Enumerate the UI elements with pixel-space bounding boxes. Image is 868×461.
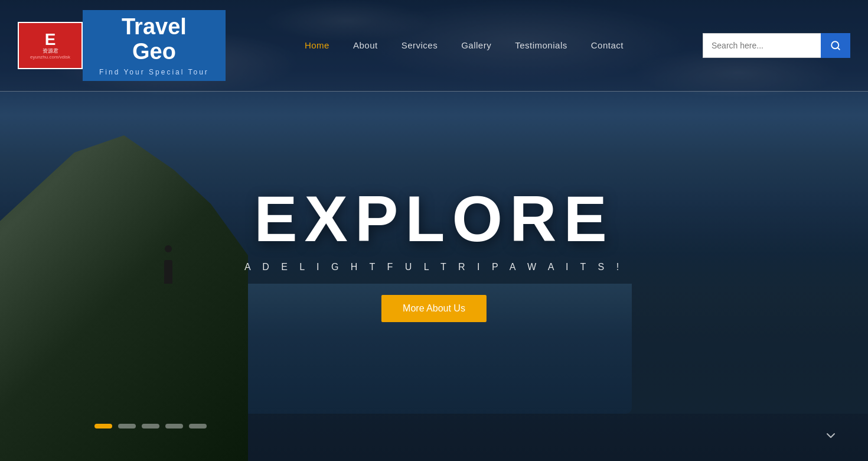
site-subtitle: Find Your Special Tour — [99, 68, 209, 76]
nav-link-testimonials[interactable]: Testimonials — [515, 40, 567, 50]
main-nav: Home About Services Gallery Testimonials… — [305, 40, 624, 51]
carousel-dot-1[interactable] — [94, 424, 112, 428]
carousel-dot-4[interactable] — [165, 424, 183, 428]
search-button[interactable] — [821, 33, 850, 58]
svg-line-1 — [837, 47, 839, 49]
nav-item-home[interactable]: Home — [305, 40, 329, 51]
nav-menu: Home About Services Gallery Testimonials… — [305, 40, 624, 51]
hero-subtitle: A D E L I G H T F U L T R I P A W A I T … — [244, 262, 624, 272]
logo-url: eyunzhu.com/vdisk — [30, 54, 70, 60]
nav-link-services[interactable]: Services — [402, 40, 438, 50]
hero-cta-button[interactable]: More About Us — [381, 295, 487, 322]
search-area — [703, 33, 850, 58]
nav-item-gallery[interactable]: Gallery — [461, 40, 491, 51]
search-input[interactable] — [703, 33, 821, 58]
scroll-down-button[interactable] — [823, 428, 838, 443]
nav-link-home[interactable]: Home — [305, 40, 329, 50]
logo-letter: E — [45, 31, 56, 48]
nav-link-gallery[interactable]: Gallery — [461, 40, 491, 50]
carousel-dot-2[interactable] — [118, 424, 136, 428]
nav-item-services[interactable]: Services — [402, 40, 438, 51]
hero-title: EXPLORE — [244, 186, 624, 251]
site-title-line1: Travel — [122, 14, 187, 39]
nav-item-testimonials[interactable]: Testimonials — [515, 40, 567, 51]
person-silhouette — [159, 245, 177, 284]
nav-item-contact[interactable]: Contact — [591, 40, 624, 51]
nav-link-contact[interactable]: Contact — [591, 40, 624, 50]
nav-item-about[interactable]: About — [353, 40, 378, 51]
carousel-dots — [94, 424, 207, 428]
nav-link-about[interactable]: About — [353, 40, 378, 50]
site-title: Travel Geo — [122, 15, 187, 64]
search-icon — [830, 40, 841, 51]
carousel-dot-5[interactable] — [189, 424, 207, 428]
hero-content: EXPLORE A D E L I G H T F U L T R I P A … — [244, 186, 624, 322]
logo-chinese-text: 资源君 — [43, 48, 58, 54]
logo-badge: E 资源君 eyunzhu.com/vdisk — [18, 22, 83, 69]
carousel-dot-3[interactable] — [142, 424, 159, 428]
logo-area: E 资源君 eyunzhu.com/vdisk Travel Geo Find … — [18, 10, 226, 81]
chevron-down-icon — [824, 428, 838, 443]
header: E 资源君 eyunzhu.com/vdisk Travel Geo Find … — [0, 0, 868, 92]
logo-title-box: Travel Geo Find Your Special Tour — [83, 10, 226, 81]
site-title-line2: Geo — [132, 39, 176, 64]
